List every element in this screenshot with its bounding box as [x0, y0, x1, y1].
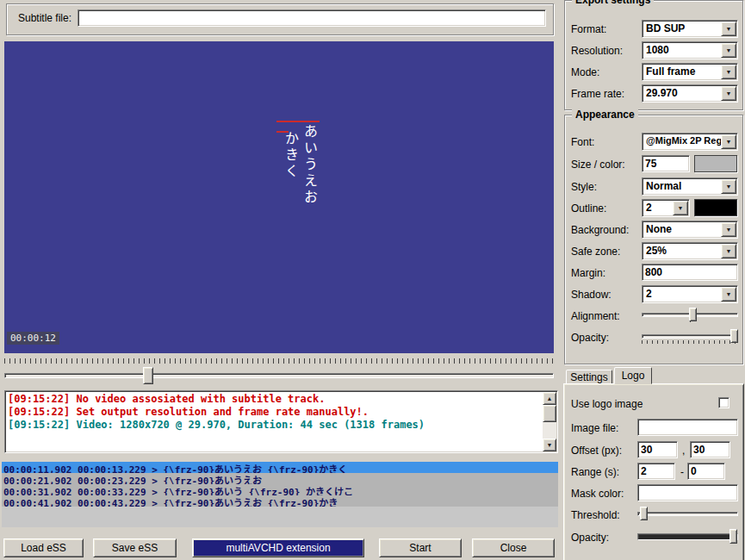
log-lines: [09:15:22] No video assosiated with subt… [8, 393, 542, 432]
multiavchd-extension-button[interactable]: multiAVCHD extension [192, 538, 364, 557]
chevron-down-icon[interactable]: ▼ [721, 86, 736, 101]
log-line: [09:15:22] No video assosiated with subt… [8, 393, 542, 406]
alignment-slider[interactable] [642, 307, 738, 322]
logo-opacity-slider-thumb[interactable] [729, 529, 737, 544]
background-value: None [646, 223, 722, 235]
subtitle-list[interactable]: 00:00:11,902 00:00:13,229 > {\frz-90}あいう… [2, 462, 558, 527]
subtitle-file-input[interactable] [78, 9, 546, 27]
log-line: [09:15:22] Video: 1280x720 @ 29.970, Dur… [8, 419, 542, 432]
scroll-up-icon[interactable]: ▲ [543, 392, 556, 405]
font-color-swatch[interactable] [694, 155, 737, 172]
log-scrollbar[interactable]: ▲ ▼ [543, 392, 556, 451]
chevron-down-icon[interactable]: ▼ [673, 201, 688, 215]
frame-rate-value: 29.970 [646, 87, 722, 99]
shadow-value: 2 [646, 288, 722, 300]
tab-logo-label: Logo [622, 370, 645, 382]
outline-select[interactable]: 2 ▼ [642, 199, 690, 217]
export-settings-title: Export settings [572, 0, 654, 6]
tab-logo[interactable]: Logo [614, 367, 652, 384]
range-to-input[interactable] [687, 463, 725, 480]
tab-settings-label: Settings [570, 371, 607, 383]
resolution-value: 1080 [646, 44, 722, 56]
font-size-input[interactable] [642, 155, 690, 172]
outline-label: Outline: [571, 202, 606, 215]
mode-label: Mode: [571, 66, 599, 78]
mask-color-label: Mask color: [571, 488, 624, 500]
tab-settings[interactable]: Settings [566, 370, 612, 384]
opacity-label: Opacity: [571, 332, 609, 344]
safe-zone-value: 25% [646, 245, 722, 257]
subtitle-file-label: Subtitle file: [18, 12, 71, 24]
resolution-select[interactable]: 1080 ▼ [642, 41, 738, 59]
range-from-input[interactable] [637, 463, 675, 480]
image-file-input[interactable] [637, 419, 738, 436]
chevron-down-icon[interactable]: ▼ [721, 65, 736, 79]
style-value: Normal [646, 180, 722, 192]
logo-opacity-label: Opacity: [571, 532, 609, 544]
logo-opacity-slider-track[interactable] [637, 533, 738, 540]
load-ess-button[interactable]: Load eSS [3, 538, 84, 557]
threshold-slider[interactable] [637, 506, 738, 521]
log-scrollbar-thumb[interactable] [543, 405, 556, 422]
subtitle-file-group: Subtitle file: [6, 3, 554, 35]
use-logo-checkbox[interactable] [718, 397, 729, 408]
style-select[interactable]: Normal ▼ [642, 177, 738, 196]
outline-value: 2 [646, 202, 674, 214]
offset-x-input[interactable] [637, 441, 678, 458]
font-label: Font: [571, 136, 594, 148]
shadow-label: Shadow: [571, 289, 612, 301]
close-button[interactable]: Close [472, 538, 555, 557]
format-select[interactable]: BD SUP ▼ [642, 20, 738, 38]
threshold-slider-track[interactable] [637, 512, 738, 516]
seek-tick-ruler [4, 358, 554, 364]
scroll-down-icon[interactable]: ▼ [543, 439, 556, 451]
subtitle-list-row[interactable]: 00:00:11,902 00:00:13,229 > {\frz-90}あいう… [2, 462, 558, 473]
background-select[interactable]: None ▼ [642, 221, 738, 239]
subtitle-list-row[interactable]: 00:00:21,902 00:00:23,229 > {\frz-90}あいう… [2, 473, 558, 484]
offset-separator: , [682, 445, 685, 457]
size-color-label: Size / color: [571, 159, 625, 171]
margin-input[interactable] [642, 264, 738, 281]
save-ess-button[interactable]: Save eSS [93, 538, 177, 557]
resolution-label: Resolution: [571, 45, 623, 57]
alignment-slider-thumb[interactable] [689, 308, 697, 321]
subtitle-list-row[interactable]: 00:00:41,902 00:00:43,229 > {\frz-90}あいう… [2, 495, 558, 507]
subtitle-list-row[interactable]: 00:00:31,902 00:00:33,229 > {\frz-90}あいう… [2, 484, 558, 495]
chevron-down-icon[interactable]: ▼ [721, 287, 736, 302]
opacity-slider-track[interactable] [642, 334, 738, 339]
safe-zone-select[interactable]: 25% ▼ [642, 242, 738, 260]
chevron-down-icon[interactable]: ▼ [721, 222, 736, 237]
opacity-slider-thumb[interactable] [730, 329, 738, 343]
style-label: Style: [571, 181, 597, 193]
font-value: @MigMix 2P Reg [646, 135, 722, 146]
threshold-slider-thumb[interactable] [640, 507, 648, 520]
chevron-down-icon[interactable]: ▼ [721, 179, 736, 194]
seek-slider-track[interactable] [4, 373, 554, 378]
chevron-down-icon[interactable]: ▼ [721, 134, 736, 149]
seek-slider-thumb[interactable] [143, 367, 153, 384]
mode-select[interactable]: Full frame ▼ [642, 63, 738, 81]
start-button[interactable]: Start [379, 538, 462, 557]
shadow-select[interactable]: 2 ▼ [642, 285, 738, 303]
chevron-down-icon[interactable]: ▼ [721, 43, 736, 58]
seek-slider[interactable] [4, 366, 554, 383]
logo-opacity-slider[interactable] [637, 528, 738, 544]
chevron-down-icon[interactable]: ▼ [721, 22, 736, 36]
offset-y-input[interactable] [690, 441, 730, 458]
font-select[interactable]: @MigMix 2P Reg ▼ [642, 133, 738, 151]
video-preview[interactable]: あいうえお かきく 00:00:12 [4, 41, 554, 353]
outline-color-swatch[interactable] [694, 199, 737, 216]
chevron-down-icon[interactable]: ▼ [721, 244, 736, 258]
margin-label: Margin: [571, 267, 605, 279]
rendered-subtitle: あいうえお かきく [276, 117, 323, 315]
safe-zone-label: Safe zone: [571, 246, 620, 258]
mask-color-input[interactable] [637, 484, 738, 501]
video-timestamp: 00:00:12 [7, 332, 59, 345]
opacity-slider[interactable] [642, 328, 738, 344]
appearance-title: Appearance [572, 109, 638, 121]
offset-label: Offset (px): [571, 445, 622, 457]
frame-rate-select[interactable]: 29.970 ▼ [642, 84, 738, 103]
frame-rate-label: Frame rate: [571, 88, 624, 100]
mode-value: Full frame [646, 65, 722, 78]
image-file-label: Image file: [571, 422, 618, 434]
